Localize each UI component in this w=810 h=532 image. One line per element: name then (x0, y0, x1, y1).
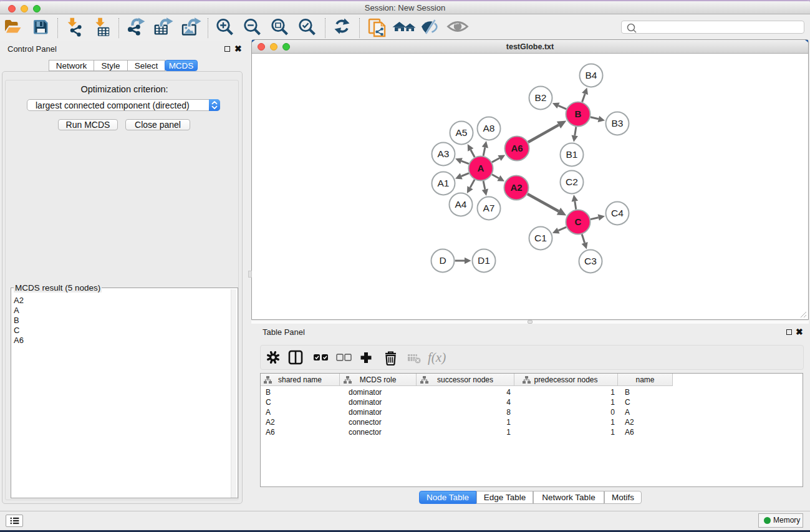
svg-text:B: B (575, 109, 582, 119)
svg-text:B2: B2 (535, 92, 547, 103)
svg-text:C1: C1 (534, 233, 547, 243)
svg-text:A: A (478, 163, 485, 173)
svg-text:A7: A7 (483, 203, 495, 213)
svg-text:f(x): f(x) (428, 350, 446, 365)
svg-text:C3: C3 (584, 256, 597, 266)
svg-text:A6: A6 (511, 143, 523, 153)
svg-text:C2: C2 (566, 177, 578, 187)
svg-text:B1: B1 (566, 149, 578, 160)
svg-text:B4: B4 (586, 70, 597, 80)
svg-text:C4: C4 (611, 208, 624, 218)
svg-text:A5: A5 (456, 127, 468, 138)
svg-text:D: D (439, 255, 446, 266)
svg-text:D1: D1 (478, 255, 490, 266)
svg-text:A2: A2 (510, 182, 522, 193)
svg-text:A1: A1 (438, 178, 450, 188)
svg-text:B3: B3 (612, 118, 624, 128)
svg-text:A4: A4 (455, 199, 467, 210)
svg-text:A8: A8 (483, 123, 495, 133)
svg-text:A3: A3 (438, 148, 450, 159)
svg-text:C: C (575, 216, 582, 227)
